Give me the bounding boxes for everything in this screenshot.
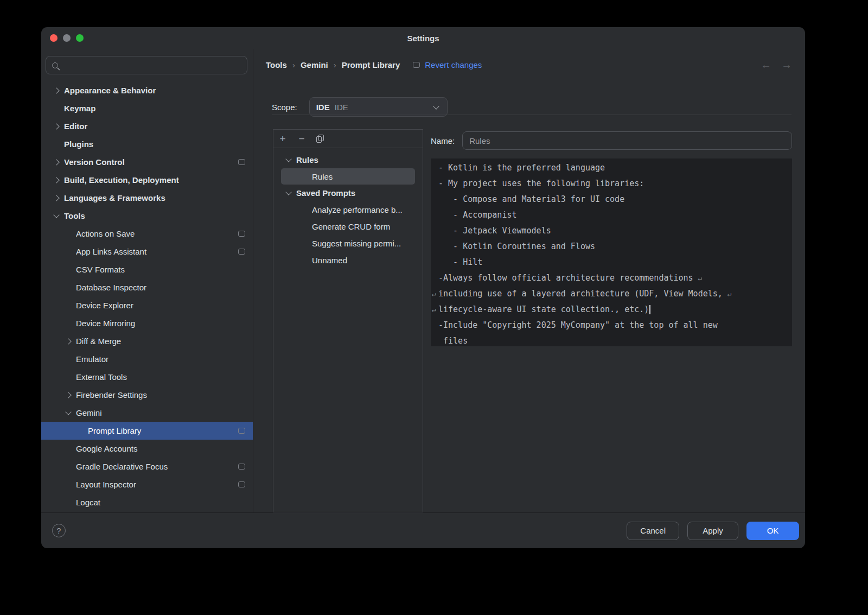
editor-line: - Kotlin is the preferred language [438,160,784,176]
titlebar[interactable]: Settings [41,27,805,49]
settings-search-box[interactable] [46,56,247,74]
sidebar-item-csv-formats[interactable]: CSV Formats [41,261,253,278]
chevron-down-icon[interactable] [52,214,61,217]
copy-prompt-button[interactable] [316,135,324,143]
modified-settings-icon [238,481,245,487]
prompt-group-saved-prompts[interactable]: Saved Prompts [273,185,423,201]
sidebar-item-label: Google Accounts [76,444,245,453]
prompt-tree: RulesRulesSaved PromptsAnalyze performan… [273,148,423,269]
sidebar-item-layout-inspector[interactable]: Layout Inspector [41,475,253,493]
prompt-item-rules[interactable]: Rules [281,168,415,185]
sidebar-item-label: Layout Inspector [76,480,234,489]
sidebar-item-version-control[interactable]: Version Control [41,153,253,171]
back-arrow-icon[interactable]: ← [761,59,771,70]
minimize-button[interactable] [63,34,71,42]
help-button[interactable]: ? [52,524,66,537]
footer-buttons: Cancel Apply OK [627,522,799,540]
sidebar-item-label: Emulator [76,354,245,364]
close-button[interactable] [50,34,58,42]
soft-wrap-icon: ↵ [432,286,436,302]
chevron-right-icon[interactable] [52,88,61,93]
revert-changes-icon [413,62,420,68]
prompt-group-rules[interactable]: Rules [273,151,423,168]
settings-content: Tools › Gemini › Prompt Library Revert c… [253,49,805,512]
sidebar-item-actions-on-save[interactable]: Actions on Save [41,225,253,243]
sidebar-item-appearance-behavior[interactable]: Appearance & Behavior [41,81,253,99]
editor-line: - Accompanist [438,207,784,223]
breadcrumb-item-gemini[interactable]: Gemini [301,60,328,69]
editor-line-text: - Kotlin Coroutines and Flows [438,242,595,251]
sidebar-item-label: Logcat [76,498,245,507]
chevron-down-icon[interactable] [284,158,293,161]
sidebar-item-diff-merge[interactable]: Diff & Merge [41,332,253,350]
chevron-down-icon[interactable] [284,192,293,194]
prompt-name-input[interactable] [462,131,792,150]
editor-line-text: - Kotlin is the preferred language [438,163,605,173]
chevron-right-icon[interactable] [52,124,61,129]
settings-sidebar: Appearance & BehaviorKeymapEditorPlugins… [41,49,253,512]
sidebar-item-device-explorer[interactable]: Device Explorer [41,296,253,314]
apply-button[interactable]: Apply [687,522,738,540]
prompt-item-unnamed[interactable]: Unnamed [273,252,423,269]
editor-line: - Compose and Material3 for UI code [438,192,784,207]
traffic-lights [50,27,84,49]
sidebar-item-label: Diff & Merge [76,337,245,346]
chevron-right-icon[interactable] [52,196,61,200]
breadcrumb-item-prompt-library: Prompt Library [342,60,400,69]
editor-line-text: -Include "Copyright 2025 MyCompany" at t… [438,320,718,330]
sidebar-item-database-inspector[interactable]: Database Inspector [41,278,253,296]
sidebar-item-logcat[interactable]: Logcat [41,493,253,511]
sidebar-item-keymap[interactable]: Keymap [41,99,253,117]
chevron-right-icon[interactable] [64,393,73,397]
sidebar-item-label: CSV Formats [76,265,245,274]
editor-line: ↵lifecycle-aware UI state collection., e… [438,302,784,318]
prompt-text-editor[interactable]: - Kotlin is the preferred language- My p… [431,158,792,346]
sidebar-item-prompt-library[interactable]: Prompt Library [41,422,253,440]
chevron-right-icon[interactable] [52,160,61,164]
prompt-item-label: Generate CRUD form [312,222,423,231]
ok-button[interactable]: OK [746,522,799,540]
search-input[interactable] [62,60,241,70]
sidebar-item-label: Firebender Settings [76,390,245,400]
editor-line: - Kotlin Coroutines and Flows [438,239,784,255]
forward-arrow-icon[interactable]: → [781,59,792,70]
scope-dropdown[interactable]: IDE IDE [309,97,448,117]
breadcrumb-item-tools[interactable]: Tools [266,60,287,69]
sidebar-item-label: Languages & Frameworks [64,193,245,202]
sidebar-item-google-accounts[interactable]: Google Accounts [41,440,253,458]
history-navigation: ← → [761,59,792,70]
revert-changes-link[interactable]: Revert changes [425,60,482,69]
sidebar-item-tools[interactable]: Tools [41,207,253,225]
prompt-item-generate-crud-form[interactable]: Generate CRUD form [273,218,423,235]
sidebar-item-device-mirroring[interactable]: Device Mirroring [41,314,253,332]
add-prompt-button[interactable]: + [278,135,287,143]
sidebar-item-firebender-settings[interactable]: Firebender Settings [41,386,253,404]
sidebar-item-plugins[interactable]: Plugins [41,135,253,153]
chevron-right-icon[interactable] [52,178,61,182]
prompt-item-suggest-missing-permi[interactable]: Suggest missing permi... [273,235,423,252]
prompt-item-analyze-performance-b[interactable]: Analyze performance b... [273,201,423,218]
window-title: Settings [407,34,439,43]
chevron-right-icon[interactable] [64,339,73,344]
sidebar-item-languages-frameworks[interactable]: Languages & Frameworks [41,189,253,207]
sidebar-item-app-links-assistant[interactable]: App Links Assistant [41,243,253,261]
sidebar-item-emulator[interactable]: Emulator [41,350,253,368]
sidebar-item-external-tools[interactable]: External Tools [41,368,253,386]
sidebar-item-gradle-declarative-focus[interactable]: Gradle Declarative Focus [41,458,253,475]
sidebar-item-build-execution-deployment[interactable]: Build, Execution, Deployment [41,171,253,189]
prompt-item-label: Suggest missing permi... [312,239,423,248]
zoom-button[interactable] [76,34,84,42]
soft-wrap-icon: ↵ [432,302,436,318]
sidebar-item-label: Version Control [64,157,234,167]
sidebar-item-label: Keymap [64,104,245,113]
sidebar-item-label: Actions on Save [76,229,234,238]
header-divider [272,115,792,115]
sidebar-item-gemini[interactable]: Gemini [41,404,253,422]
chevron-down-icon[interactable] [64,411,73,414]
settings-tree: Appearance & BehaviorKeymapEditorPlugins… [41,81,253,511]
remove-prompt-button[interactable]: − [297,135,306,143]
cancel-button[interactable]: Cancel [627,522,679,540]
sidebar-item-editor[interactable]: Editor [41,117,253,135]
settings-window: Settings Appearance & BehaviorKeymapEdit… [41,27,805,548]
footer-bar: ? Cancel Apply OK [41,512,805,548]
